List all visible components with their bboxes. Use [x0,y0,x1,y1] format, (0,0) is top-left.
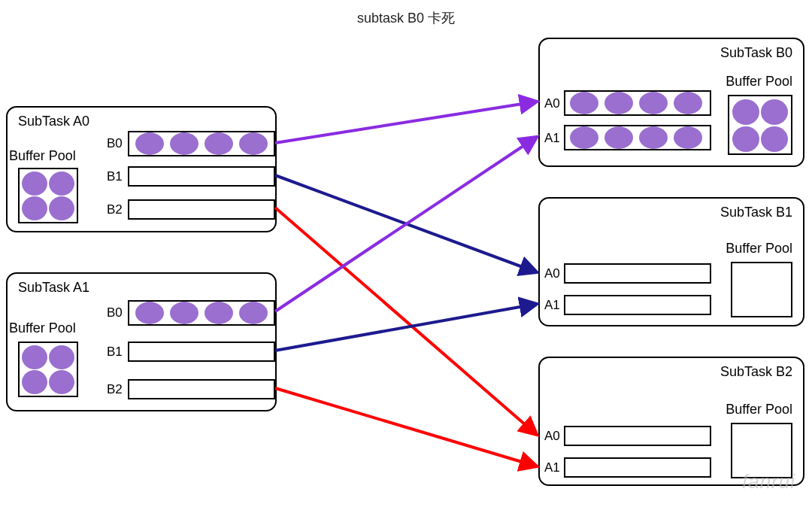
buffer-icon [639,126,668,149]
watermark: fanrui [742,470,795,493]
b0-q-a1-label: A1 [544,131,560,146]
b1-q-a1-label: A1 [544,298,560,313]
subtask-b0-title: SubTask B0 [720,45,792,61]
buffer-icon [170,132,198,155]
subtask-a1-title: SubTask A1 [18,280,89,296]
a1-q-b0-label: B0 [107,305,123,320]
buffer-icon [674,92,702,114]
buffer-icon [49,345,74,369]
subtask-a0-title: SubTask A0 [18,114,89,129]
buffer-icon [205,132,233,155]
a1-q-b2-label: B2 [107,382,123,397]
b1-q-a1 [564,295,711,315]
subtask-b2-title: SubTask B2 [720,364,792,380]
buffer-icon [761,99,788,125]
b2-q-a1 [564,457,711,478]
a1-q-b1-label: B1 [107,345,123,360]
buffer-icon [49,370,74,394]
edge-a0b0-b0a0 [275,102,537,143]
a0-q-b2-label: B2 [107,202,123,217]
edge-a1b2-b2a1 [275,388,537,466]
subtask-b1-buffer-pool [731,262,792,317]
buffer-icon [135,302,164,324]
subtask-a0-bp-label: Buffer Pool [9,148,76,164]
buffer-icon [205,302,233,324]
buffer-icon [239,132,268,155]
a0-q-b1 [128,166,275,187]
b2-q-a0 [564,426,711,446]
subtask-b1-title: SubTask B1 [720,205,792,220]
buffer-icon [761,126,788,152]
subtask-b2-bp-label: Buffer Pool [726,402,792,417]
subtask-b0-box: SubTask B0 Buffer Pool A0 A1 [538,38,804,167]
subtask-a0-box: SubTask A0 Buffer Pool B0 B1 B2 [6,106,277,232]
buffer-icon [239,302,268,324]
buffer-icon [732,126,759,152]
buffer-icon [49,172,74,196]
buffer-icon [639,92,668,114]
subtask-b1-bp-label: Buffer Pool [726,241,792,257]
b2-q-a1-label: A1 [544,460,560,475]
buffer-icon [22,172,47,196]
a0-q-b2 [128,199,275,220]
edge-a1b0-b0a1 [275,137,537,311]
subtask-a1-box: SubTask A1 Buffer Pool B0 B1 B2 [6,272,277,411]
b0-q-a0-label: A0 [544,96,560,111]
b2-q-a0-label: A0 [544,429,560,444]
a1-q-b1 [128,342,275,362]
subtask-b0-bp-label: Buffer Pool [726,74,792,90]
buffer-icon [570,92,598,114]
buffer-icon [170,302,198,324]
b1-q-a0 [564,263,711,284]
buffer-icon [22,345,47,369]
buffer-icon [732,99,759,125]
edge-a1b1-b1a1 [275,304,537,351]
buffer-icon [49,196,74,220]
subtask-a1-bp-label: Buffer Pool [9,320,76,336]
buffer-icon [135,132,164,155]
a0-q-b0-label: B0 [107,136,123,151]
b1-q-a0-label: A0 [544,266,560,281]
buffer-icon [22,196,47,220]
a0-q-b1-label: B1 [107,169,123,184]
buffer-icon [604,126,633,149]
buffer-icon [674,126,702,149]
buffer-icon [604,92,633,114]
subtask-b1-box: SubTask B1 Buffer Pool A0 A1 [538,197,804,326]
edge-a0b2-b2a0 [275,208,537,435]
a1-q-b2 [128,379,275,399]
subtask-b2-box: SubTask B2 Buffer Pool A0 A1 [538,357,804,486]
buffer-icon [22,370,47,394]
buffer-icon [570,126,598,149]
edge-a0b1-b1a0 [275,175,537,272]
diagram-title: subtask B0 卡死 [357,9,455,27]
